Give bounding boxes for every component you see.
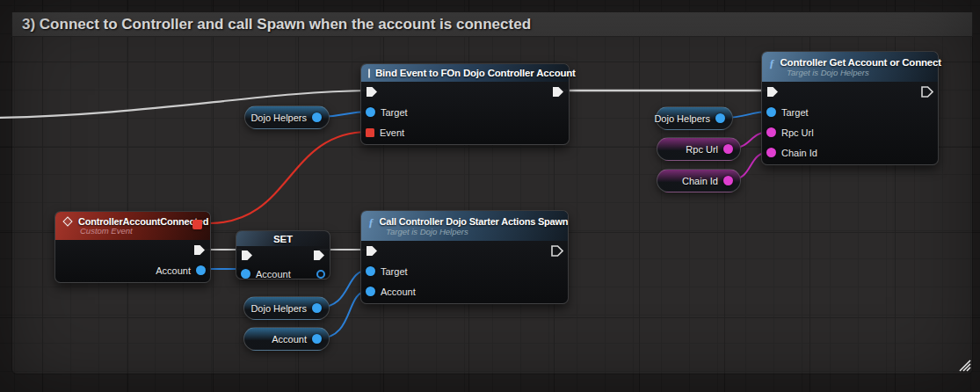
account-out-pin[interactable] [196, 265, 206, 275]
delegate-output-pin[interactable] [192, 220, 202, 229]
bind-event-icon [368, 69, 370, 78]
pin-label-account: Account [256, 269, 291, 279]
event-delegate-pin[interactable] [366, 128, 374, 137]
node-bind-event-header[interactable]: Bind Event to FOn Dojo Controller Accoun… [361, 64, 569, 82]
wire-delegate-event-to-bind[interactable] [209, 132, 368, 223]
exec-in-pin[interactable] [241, 250, 253, 261]
exec-in-pin[interactable] [766, 86, 779, 98]
output-pin[interactable] [312, 334, 322, 344]
pill-dojo-helpers-top[interactable]: Dojo Helpers [244, 105, 330, 129]
exec-in-pin[interactable] [366, 245, 378, 257]
pill-label: Dojo Helpers [250, 113, 307, 123]
pin-label-account: Account [156, 265, 191, 276]
exec-out-pin[interactable] [552, 86, 564, 98]
output-pin[interactable] [312, 303, 322, 313]
node-spawn[interactable]: ƒ Call Controller Dojo Starter Actions S… [360, 210, 569, 304]
target-pin[interactable] [366, 266, 375, 276]
pin-label-event: Event [380, 127, 404, 138]
target-pin[interactable] [766, 107, 776, 117]
node-title: Call Controller Dojo Starter Actions Spa… [380, 216, 569, 227]
node-controller-get-account[interactable]: ƒ Controller Get Account or Connect Targ… [761, 51, 939, 165]
chain-id-pin[interactable] [766, 148, 776, 157]
pill-label: Account [272, 334, 307, 345]
node-title: Bind Event to FOn Dojo Controller Accoun… [375, 68, 576, 78]
pill-label: Chain Id [682, 176, 718, 186]
exec-out-pin[interactable] [551, 245, 563, 257]
pin-label-target: Target [781, 107, 809, 118]
pill-label: Rpc Url [686, 144, 718, 155]
exec-out-pin[interactable] [313, 250, 325, 261]
pin-label-chain-id: Chain Id [781, 148, 817, 158]
node-set-account[interactable]: SET Account [236, 230, 330, 279]
custom-event-icon [62, 216, 72, 226]
function-icon: ƒ [769, 57, 775, 69]
node-custom-event[interactable]: ControllerAccountConnected Custom Event … [54, 211, 211, 283]
account-out-pin[interactable] [316, 270, 325, 279]
pill-dojo-helpers-bottom[interactable]: Dojo Helpers [243, 296, 330, 320]
output-pin[interactable] [723, 176, 733, 185]
pin-label-target: Target [381, 107, 408, 118]
node-custom-event-header[interactable]: ControllerAccountConnected Custom Event [55, 212, 210, 240]
pill-label: Dojo Helpers [654, 113, 710, 124]
pin-label-target: Target [381, 266, 408, 277]
output-pin[interactable] [715, 113, 725, 123]
node-bind-event[interactable]: Bind Event to FOn Dojo Controller Accoun… [360, 63, 570, 145]
node-subtitle: Target is Dojo Helpers [787, 68, 869, 77]
node-controller-get-header[interactable]: ƒ Controller Get Account or Connect Targ… [762, 52, 938, 82]
node-spawn-header[interactable]: ƒ Call Controller Dojo Starter Actions S… [361, 211, 568, 241]
rpc-url-pin[interactable] [766, 127, 776, 137]
pin-label-rpc-url: Rpc Url [781, 127, 814, 138]
function-icon: ƒ [368, 216, 374, 228]
exec-out-pin[interactable] [921, 86, 933, 98]
pill-account-bottom[interactable]: Account [243, 327, 330, 351]
pill-label: Dojo Helpers [250, 303, 307, 314]
exec-in-pin[interactable] [366, 86, 378, 98]
pill-dojo-helpers-right[interactable]: Dojo Helpers [656, 106, 733, 130]
account-pin[interactable] [366, 287, 375, 296]
exec-out-pin[interactable] [193, 244, 206, 256]
node-subtitle: Target is Dojo Helpers [386, 227, 468, 236]
pill-chain-id[interactable]: Chain Id [657, 169, 741, 192]
output-pin[interactable] [312, 113, 322, 122]
comment-resize-handle[interactable] [957, 358, 971, 372]
node-set-header[interactable]: SET [236, 231, 330, 246]
account-in-pin[interactable] [241, 269, 250, 279]
pill-rpc-url[interactable]: Rpc Url [657, 137, 741, 161]
output-pin[interactable] [723, 144, 733, 154]
node-title: Controller Get Account or Connect [780, 57, 941, 68]
node-title: SET [273, 234, 293, 244]
target-pin[interactable] [366, 107, 375, 117]
pin-label-account: Account [381, 287, 416, 297]
node-subtitle: Custom Event [80, 226, 133, 236]
blueprint-graph-canvas[interactable]: 3) Connect to Controller and call Spawn … [0, 0, 980, 392]
